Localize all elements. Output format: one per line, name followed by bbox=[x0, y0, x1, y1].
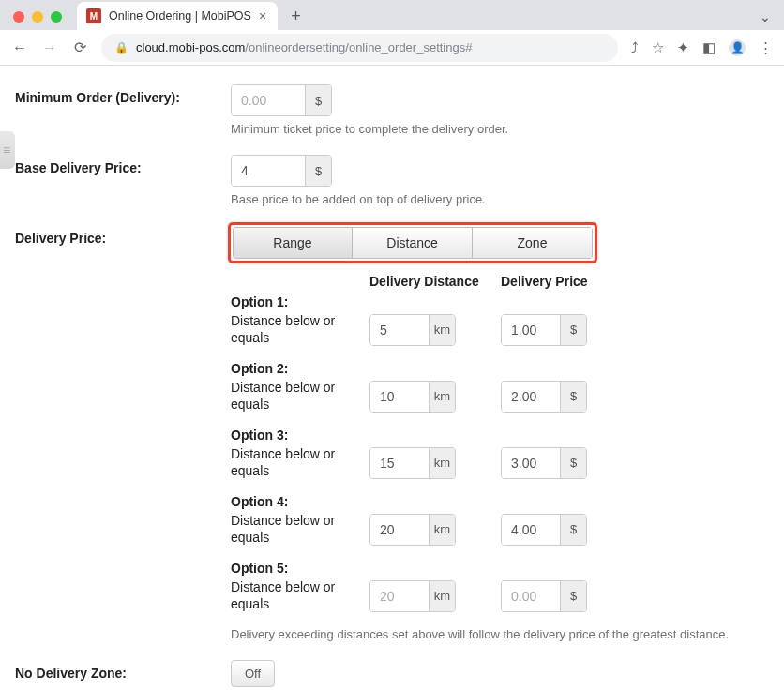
currency-addon: $ bbox=[560, 315, 586, 345]
tab-title: Online Ordering | MobiPOS bbox=[109, 9, 251, 23]
option-block-5: Option 5:Distance below or equalskm$ bbox=[231, 561, 784, 612]
share-icon[interactable]: ⤴ bbox=[631, 39, 639, 55]
option-sublabel: Distance below or equals bbox=[231, 446, 369, 479]
segment-distance[interactable]: Distance bbox=[353, 227, 473, 259]
extensions-icon[interactable]: ✦ bbox=[677, 39, 689, 56]
menu-icon[interactable]: ⋮ bbox=[759, 39, 773, 56]
option-block-4: Option 4:Distance below or equalskm$ bbox=[231, 494, 784, 546]
browser-tab[interactable]: M Online Ordering | MobiPOS × bbox=[77, 2, 278, 30]
minimum-order-help: Minimum ticket price to complete the del… bbox=[231, 122, 784, 136]
exceeding-help: Delivery exceeding distances set above w… bbox=[231, 627, 784, 641]
km-addon: km bbox=[429, 515, 455, 545]
no-delivery-zone-label: No Delivery Zone: bbox=[15, 660, 231, 681]
option-sublabel: Distance below or equals bbox=[231, 513, 369, 546]
sidepanel-icon[interactable]: ◧ bbox=[702, 39, 716, 56]
currency-addon: $ bbox=[560, 382, 586, 412]
base-price-label: Base Delivery Price: bbox=[15, 155, 231, 175]
option-price-input[interactable] bbox=[502, 382, 560, 412]
option-sublabel: Distance below or equals bbox=[231, 313, 369, 346]
new-tab-button[interactable]: + bbox=[283, 7, 309, 30]
close-window-icon[interactable] bbox=[13, 11, 24, 23]
option-price-input[interactable] bbox=[502, 515, 560, 545]
sidebar-handle[interactable]: ≡ bbox=[0, 131, 15, 169]
chevron-down-icon[interactable]: ⌄ bbox=[760, 9, 784, 30]
url-path: /onlineordersetting/online_order_setting… bbox=[245, 40, 472, 54]
option-distance-input[interactable] bbox=[370, 515, 429, 545]
option-price-input[interactable] bbox=[502, 581, 560, 611]
lock-icon: 🔒 bbox=[114, 41, 128, 54]
minimize-window-icon[interactable] bbox=[32, 11, 43, 23]
option-title: Option 3: bbox=[231, 428, 784, 443]
address-bar[interactable]: 🔒 cloud.mobi-pos.com/onlineordersetting/… bbox=[101, 34, 618, 62]
option-title: Option 1: bbox=[231, 294, 784, 309]
option-sublabel: Distance below or equals bbox=[231, 380, 369, 413]
currency-addon: $ bbox=[560, 448, 586, 478]
browser-titlebar: M Online Ordering | MobiPOS × + ⌄ bbox=[0, 0, 784, 30]
url-host: cloud.mobi-pos.com bbox=[136, 40, 245, 54]
option-price-input[interactable] bbox=[502, 315, 560, 345]
currency-addon: $ bbox=[305, 85, 331, 115]
favicon-icon: M bbox=[86, 8, 101, 23]
delivery-distance-header: Delivery Distance bbox=[369, 274, 501, 289]
base-price-input[interactable] bbox=[232, 156, 305, 186]
option-price-input[interactable] bbox=[502, 448, 560, 478]
base-price-help: Base price to be added on top of deliver… bbox=[231, 192, 784, 206]
window-controls bbox=[13, 11, 62, 23]
profile-avatar-icon[interactable]: 👤 bbox=[729, 39, 746, 56]
option-block-3: Option 3:Distance below or equalskm$ bbox=[231, 428, 784, 479]
option-distance-input[interactable] bbox=[370, 581, 429, 611]
bookmark-icon[interactable]: ☆ bbox=[652, 39, 664, 56]
segment-zone[interactable]: Zone bbox=[473, 227, 593, 259]
currency-addon: $ bbox=[305, 156, 331, 186]
option-sublabel: Distance below or equals bbox=[231, 579, 369, 612]
option-title: Option 2: bbox=[231, 361, 784, 376]
currency-addon: $ bbox=[560, 581, 586, 611]
option-block-1: Option 1:Distance below or equalskm$ bbox=[231, 294, 784, 346]
km-addon: km bbox=[429, 448, 455, 478]
delivery-price-label: Delivery Price: bbox=[15, 225, 231, 246]
minimum-order-label: Minimum Order (Delivery): bbox=[15, 84, 231, 105]
option-block-2: Option 2:Distance below or equalskm$ bbox=[231, 361, 784, 413]
option-title: Option 4: bbox=[231, 494, 784, 509]
km-addon: km bbox=[429, 315, 455, 345]
option-distance-input[interactable] bbox=[370, 382, 429, 412]
currency-addon: $ bbox=[560, 515, 586, 545]
no-delivery-zone-toggle[interactable]: Off bbox=[231, 660, 275, 687]
option-distance-input[interactable] bbox=[370, 315, 429, 345]
km-addon: km bbox=[429, 581, 455, 611]
price-mode-segment: Range Distance Zone bbox=[233, 227, 593, 259]
tab-close-icon[interactable]: × bbox=[259, 8, 266, 23]
delivery-price-header: Delivery Price bbox=[501, 274, 632, 289]
back-button[interactable]: ← bbox=[11, 39, 28, 56]
km-addon: km bbox=[429, 382, 455, 412]
reload-button[interactable]: ⟳ bbox=[71, 38, 88, 56]
maximize-window-icon[interactable] bbox=[51, 11, 62, 23]
minimum-order-input[interactable] bbox=[232, 85, 305, 115]
option-title: Option 5: bbox=[231, 561, 784, 576]
segment-range[interactable]: Range bbox=[233, 227, 353, 259]
browser-toolbar: ← → ⟳ 🔒 cloud.mobi-pos.com/onlineorderse… bbox=[0, 30, 784, 66]
option-distance-input[interactable] bbox=[370, 448, 429, 478]
segment-highlight: Range Distance Zone bbox=[231, 225, 595, 261]
forward-button: → bbox=[41, 39, 58, 56]
